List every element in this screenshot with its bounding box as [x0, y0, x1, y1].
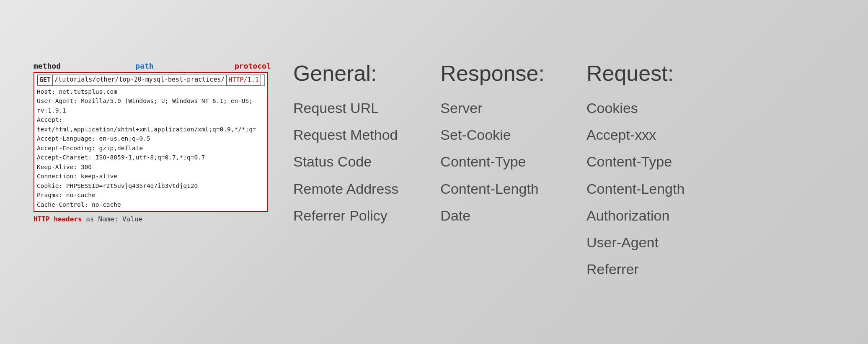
request-item: Content-Length	[586, 175, 685, 202]
header-line: Accept-Charset: ISO-8859-1,utf-8;q=0.7,*…	[37, 153, 265, 162]
header-line: Accept-Language: en-us,en;q=0.5	[37, 134, 265, 143]
method-value: GET	[37, 75, 53, 85]
header-line: Pragma: no-cache	[37, 190, 265, 200]
column-general: General:Request URLRequest MethodStatus …	[293, 62, 398, 283]
http-request-box: GET /tutorials/other/top-20-mysql-best-p…	[34, 72, 268, 212]
protocol-label: protocol	[235, 62, 268, 70]
response-item: Content-Type	[440, 148, 545, 175]
header-line: Keep-Alive: 300	[37, 162, 265, 172]
column-response: Response:ServerSet-CookieContent-TypeCon…	[440, 62, 545, 283]
header-line: Accept: text/html,application/xhtml+xml,…	[37, 115, 265, 134]
headers-block: Host: net.tutsplus.comUser-Agent: Mozill…	[37, 87, 265, 209]
response-item: Server	[440, 95, 545, 121]
general-item: Referrer Policy	[293, 202, 398, 229]
request-item: Authorization	[586, 202, 685, 229]
http-labels: method path protocol	[34, 62, 268, 70]
header-line: Cache-Control: no-cache	[37, 200, 265, 209]
http-panel: method path protocol GET /tutorials/othe…	[34, 62, 268, 223]
header-line: Cookie: PHPSESSID=r2t5uvjq435r4q7ib3vtdj…	[37, 181, 265, 190]
column-request: Request:CookiesAccept-xxxContent-TypeCon…	[586, 62, 685, 283]
header-line: Host: net.tutsplus.com	[37, 87, 265, 96]
caption: HTTP headers as Name: Value	[34, 215, 268, 223]
info-columns: General:Request URLRequest MethodStatus …	[293, 62, 834, 283]
path-label: path	[59, 62, 230, 70]
request-item: Cookies	[586, 95, 685, 121]
response-item: Date	[440, 202, 545, 229]
general-item: Request Method	[293, 121, 398, 148]
header-line: Accept-Encoding: gzip,deflate	[37, 144, 265, 153]
protocol-value: HTTP/1.1	[226, 75, 261, 85]
method-label: method	[34, 62, 54, 70]
header-line: Connection: keep-alive	[37, 172, 265, 181]
main-container: method path protocol GET /tutorials/othe…	[0, 36, 868, 308]
response-title: Response:	[440, 62, 545, 85]
response-item: Content-Length	[440, 175, 545, 202]
request-title: Request:	[586, 62, 685, 85]
header-line: User-Agent: Mozilla/5.0 (Windows; U; Win…	[37, 96, 265, 115]
request-item: User-Agent	[586, 229, 685, 256]
general-item: Remote Address	[293, 175, 398, 202]
request-item: Accept-xxx	[586, 121, 685, 148]
caption-normal: as Name: Value	[82, 215, 143, 223]
response-item: Set-Cookie	[440, 121, 545, 148]
general-item: Status Code	[293, 148, 398, 175]
request-line: GET /tutorials/other/top-20-mysql-best-p…	[37, 74, 265, 86]
general-title: General:	[293, 62, 398, 85]
general-item: Request URL	[293, 95, 398, 121]
caption-highlight: HTTP headers	[34, 215, 82, 223]
request-item: Content-Type	[586, 148, 685, 175]
path-value: /tutorials/other/top-20-mysql-best-pract…	[53, 75, 226, 85]
request-item: Referrer	[586, 256, 685, 282]
